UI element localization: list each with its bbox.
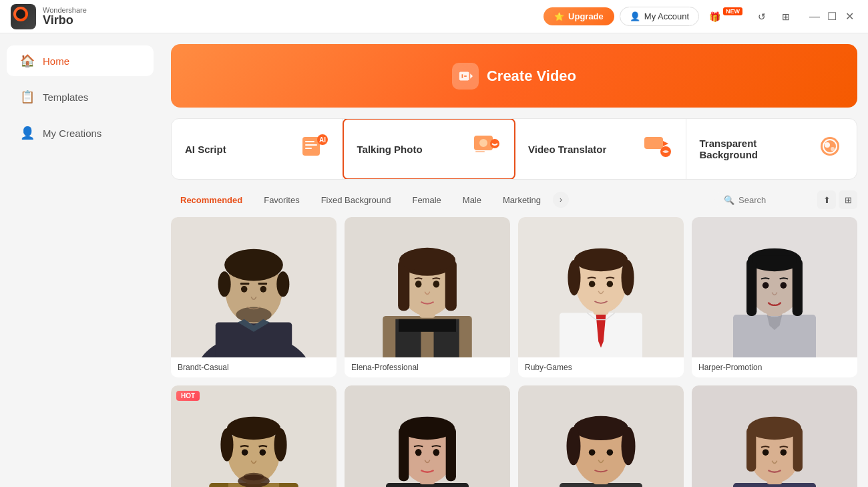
svg-point-49 bbox=[568, 260, 580, 295]
filter-next-arrow[interactable]: › bbox=[553, 192, 569, 208]
svg-rect-5 bbox=[305, 141, 314, 142]
sidebar-item-templates-label: Templates bbox=[43, 92, 88, 103]
upgrade-button[interactable]: Upgrade bbox=[544, 7, 614, 25]
svg-point-29 bbox=[241, 286, 248, 293]
avatar-card-5[interactable]: HOT bbox=[171, 385, 337, 487]
avatar-image-7 bbox=[518, 385, 684, 487]
svg-rect-6 bbox=[305, 144, 317, 146]
feature-card-ai-script[interactable]: AI Script AI bbox=[172, 119, 343, 179]
tab-female[interactable]: Female bbox=[403, 192, 450, 208]
avatar-name-elena: Elena-Professional bbox=[345, 357, 510, 377]
new-badge: NEW bbox=[723, 7, 742, 15]
feature-card-video-translator[interactable]: Video Translator bbox=[515, 119, 686, 179]
main-layout: 🏠 Home 📋 Templates 👤 My Creations bbox=[0, 33, 868, 487]
grid-view-button[interactable]: ⊞ bbox=[839, 190, 857, 209]
svg-point-87 bbox=[589, 449, 596, 456]
avatar-name-brandt: Brandt-Casual bbox=[171, 357, 337, 377]
avatar-card-brandt-casual[interactable]: Brandt-Casual bbox=[171, 217, 337, 377]
svg-point-70 bbox=[244, 473, 264, 480]
home-icon: 🏠 bbox=[20, 53, 35, 68]
grid-icon-button[interactable]: ⊞ bbox=[776, 7, 796, 27]
svg-point-96 bbox=[781, 449, 787, 456]
upload-icon-button[interactable]: ⬆ bbox=[817, 190, 836, 209]
avatar-name-ruby: Ruby-Games bbox=[518, 357, 684, 377]
svg-point-84 bbox=[574, 416, 628, 440]
svg-rect-93 bbox=[746, 427, 756, 472]
avatar-card-ruby[interactable]: Ruby-Games bbox=[518, 217, 684, 377]
svg-rect-78 bbox=[446, 427, 456, 481]
avatar-image-5: HOT bbox=[171, 385, 337, 487]
svg-point-67 bbox=[220, 428, 233, 462]
tab-male[interactable]: Male bbox=[453, 192, 491, 208]
svg-rect-37 bbox=[399, 319, 456, 332]
tab-marketing[interactable]: Marketing bbox=[493, 192, 550, 208]
logo-text: Wondershare Virbo bbox=[43, 6, 87, 27]
svg-text:AI: AI bbox=[319, 136, 326, 144]
avatar-card-elena[interactable]: Elena-Professional bbox=[345, 217, 510, 377]
maximize-button[interactable]: ☐ bbox=[824, 9, 840, 25]
svg-rect-59 bbox=[753, 255, 797, 263]
minimize-button[interactable]: — bbox=[807, 9, 823, 25]
svg-point-44 bbox=[433, 281, 440, 287]
ai-script-icon: AI bbox=[300, 132, 329, 166]
avatar-card-7[interactable] bbox=[518, 385, 684, 487]
svg-marker-15 bbox=[663, 141, 668, 146]
titlebar-icons: 🎁 NEW ↺ ⊞ bbox=[704, 7, 796, 27]
svg-point-95 bbox=[763, 449, 769, 456]
sidebar-item-home[interactable]: 🏠 Home bbox=[7, 45, 154, 76]
sidebar-item-templates[interactable]: 📋 Templates bbox=[7, 82, 154, 112]
avatar-grid: Brandt-Casual bbox=[160, 217, 868, 487]
svg-point-86 bbox=[622, 427, 636, 465]
avatar-image-harper bbox=[692, 217, 857, 357]
feature-card-transparent-bg[interactable]: Transparent Background bbox=[686, 119, 857, 179]
svg-rect-3 bbox=[464, 75, 467, 77]
svg-rect-7 bbox=[305, 148, 312, 149]
tab-recommended[interactable]: Recommended bbox=[171, 192, 252, 208]
refresh-icon-button[interactable]: ↺ bbox=[752, 7, 772, 27]
sidebar-item-home-label: Home bbox=[43, 55, 69, 67]
svg-rect-0 bbox=[459, 71, 469, 80]
avatar-name-harper: Harper-Promotion bbox=[692, 357, 857, 377]
ai-script-label: AI Script bbox=[185, 144, 226, 155]
svg-rect-58 bbox=[793, 259, 803, 316]
avatar-image-brandt bbox=[171, 217, 337, 357]
logo-icon bbox=[11, 4, 36, 29]
video-translator-label: Video Translator bbox=[528, 144, 606, 155]
titlebar-actions: Upgrade My Account 🎁 NEW ↺ ⊞ — ☐ ✕ bbox=[544, 7, 857, 27]
tab-fixed-background[interactable]: Fixed Background bbox=[312, 192, 401, 208]
create-video-banner[interactable]: Create Video bbox=[171, 44, 857, 108]
avatar-card-8[interactable] bbox=[692, 385, 857, 487]
logo-brand: Wondershare bbox=[43, 6, 87, 14]
filter-search[interactable]: 🔍 bbox=[714, 192, 815, 208]
svg-rect-31 bbox=[240, 283, 249, 285]
svg-point-20 bbox=[831, 147, 835, 151]
svg-point-71 bbox=[242, 449, 248, 456]
svg-point-68 bbox=[274, 428, 287, 462]
svg-point-72 bbox=[260, 449, 266, 456]
svg-point-48 bbox=[574, 249, 628, 271]
gift-icon-button[interactable]: 🎁 bbox=[704, 7, 724, 27]
avatar-image-8 bbox=[692, 385, 857, 487]
avatar-image-6 bbox=[345, 385, 510, 487]
create-video-icon bbox=[452, 63, 479, 90]
window-controls: — ☐ ✕ bbox=[807, 9, 857, 25]
svg-point-80 bbox=[433, 449, 440, 456]
search-input[interactable] bbox=[738, 195, 805, 205]
my-creations-icon: 👤 bbox=[20, 126, 35, 140]
titlebar: Wondershare Virbo Upgrade My Account 🎁 N… bbox=[0, 0, 868, 33]
avatar-card-harper[interactable]: Harper-Promotion bbox=[692, 217, 857, 377]
talking-photo-label: Talking Photo bbox=[357, 144, 423, 155]
sidebar-item-my-creations[interactable]: 👤 My Creations bbox=[7, 118, 154, 148]
feature-card-talking-photo[interactable]: Talking Photo bbox=[343, 118, 516, 180]
tab-favorites[interactable]: Favorites bbox=[254, 192, 308, 208]
svg-point-61 bbox=[781, 282, 787, 289]
filter-tabs: Recommended Favorites Fixed Background F… bbox=[160, 190, 868, 217]
close-button[interactable]: ✕ bbox=[841, 9, 857, 25]
svg-rect-57 bbox=[746, 259, 756, 316]
my-account-button[interactable]: My Account bbox=[620, 7, 699, 26]
create-video-label: Create Video bbox=[487, 67, 576, 85]
search-icon: 🔍 bbox=[724, 195, 734, 205]
svg-rect-32 bbox=[258, 283, 267, 285]
avatar-card-6[interactable] bbox=[345, 385, 510, 487]
sidebar-item-creations-label: My Creations bbox=[43, 128, 101, 139]
